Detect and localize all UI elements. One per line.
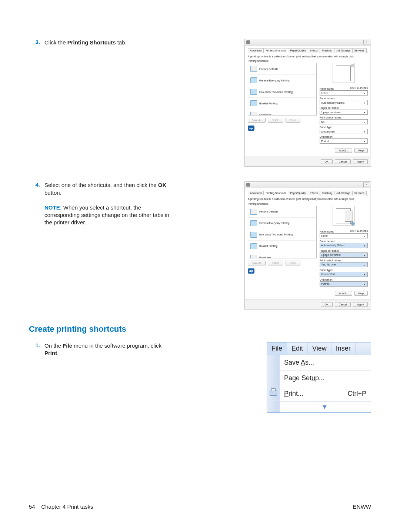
tab-services[interactable]: Services bbox=[352, 48, 367, 53]
paper-source-dropdown[interactable]: Automatically Select▾ bbox=[320, 243, 368, 248]
tab-services[interactable]: Services bbox=[352, 191, 367, 195]
paper-type-dropdown[interactable]: Unspecified▾ bbox=[320, 272, 368, 277]
tab-printing-shortcuts[interactable]: Printing Shortcuts bbox=[263, 191, 288, 195]
shortcut-icon bbox=[250, 112, 257, 116]
both-sides-dropdown[interactable]: Yes, flip over▾ bbox=[320, 262, 368, 267]
orientation-dropdown[interactable]: Portrait▾ bbox=[320, 281, 368, 287]
shortcut-text: Factory Defaults bbox=[259, 68, 278, 70]
dropdown-value: 1 page per sheet bbox=[321, 254, 341, 256]
list-item[interactable]: Booklet Printing bbox=[248, 98, 316, 109]
help-button[interactable]: Help bbox=[354, 291, 368, 296]
tab-job-storage[interactable]: Job Storage bbox=[334, 191, 353, 195]
paper-size-dropdown[interactable]: Letter▾ bbox=[320, 233, 368, 238]
tab-job-storage[interactable]: Job Storage bbox=[334, 48, 353, 53]
create-step1-number: 1. bbox=[29, 342, 44, 348]
hp-icon: hp bbox=[248, 268, 254, 274]
list-item[interactable]: Booklet Printing bbox=[248, 241, 316, 252]
step4-note: NOTE: When you select a shortcut, the co… bbox=[44, 204, 177, 227]
list-item[interactable]: Eco-print (Two-sided Printing) bbox=[248, 229, 316, 241]
delete-button[interactable]: Delete bbox=[268, 261, 283, 265]
shortcut-text: Envelopes bbox=[259, 114, 271, 116]
ok-button[interactable]: OK bbox=[321, 159, 333, 164]
about-button[interactable]: About... bbox=[335, 291, 352, 296]
list-item[interactable]: General Everyday Printing bbox=[248, 75, 316, 86]
chevron-down-icon: ▾ bbox=[364, 264, 366, 266]
step3-post: tab. bbox=[116, 39, 127, 46]
step4-number: 4. bbox=[29, 181, 44, 188]
help-button[interactable]: Help bbox=[354, 148, 368, 153]
list-item[interactable]: Envelopes bbox=[248, 252, 316, 258]
chevron-down-icon: ▾ bbox=[364, 130, 366, 133]
note-text: When you select a shortcut, the correspo… bbox=[44, 204, 169, 226]
tab-effects[interactable]: Effects bbox=[308, 48, 320, 53]
shortcut-icon bbox=[250, 209, 257, 215]
paper-size-dim: 8.5 × 11 inches bbox=[350, 230, 368, 232]
paper-size-dropdown[interactable]: Letter▾ bbox=[320, 90, 368, 96]
list-item[interactable]: General Everyday Printing bbox=[248, 218, 316, 229]
dialog-desc: A printing shortcut is a collection of s… bbox=[248, 55, 368, 58]
pages-per-sheet-dropdown[interactable]: 1 page per sheet▾ bbox=[320, 252, 368, 258]
dropdown-value: Unspecified bbox=[321, 130, 335, 133]
tab-effects[interactable]: Effects bbox=[308, 191, 320, 195]
menu-item-save-as[interactable]: Save As... bbox=[280, 355, 371, 371]
menu-item-page-setup[interactable]: Page Setup... bbox=[280, 371, 371, 386]
menu-view[interactable]: View bbox=[308, 342, 331, 355]
dropdown-value: Automatically Select bbox=[321, 101, 344, 104]
cancel-button[interactable]: Cancel bbox=[335, 302, 351, 307]
tab-printing-shortcuts[interactable]: Printing Shortcuts bbox=[263, 48, 288, 53]
paper-source-dropdown[interactable]: Automatically Select▾ bbox=[320, 100, 368, 105]
section-title: Create printing shortcuts bbox=[29, 324, 371, 334]
both-sides-dropdown[interactable]: No▾ bbox=[320, 119, 368, 124]
cancel-button[interactable]: Cancel bbox=[335, 159, 351, 164]
orientation-dropdown[interactable]: Portrait▾ bbox=[320, 138, 368, 144]
shortcut-text: Eco-print (Two-sided Printing) bbox=[259, 91, 293, 93]
pages-per-sheet-dropdown[interactable]: 1 page per sheet▾ bbox=[320, 110, 368, 115]
print-properties-dialog-1: × Advanced Printing Shortcuts Paper/Qual… bbox=[244, 39, 371, 167]
save-as-button[interactable]: Save As bbox=[248, 118, 266, 123]
hp-logo: hp bbox=[248, 126, 317, 131]
menu-item-print[interactable]: Print...Ctrl+P bbox=[280, 386, 371, 402]
paper-type-dropdown[interactable]: Unspecified▾ bbox=[320, 129, 368, 134]
menu-gutter bbox=[267, 355, 280, 412]
shortcuts-label: Printing shortcuts: bbox=[248, 203, 368, 205]
shortcut-icon bbox=[250, 243, 257, 249]
shortcut-list[interactable]: Factory Defaults General Everyday Printi… bbox=[248, 206, 317, 258]
tab-finishing[interactable]: Finishing bbox=[320, 48, 334, 53]
tab-paper-quality[interactable]: Paper/Quality bbox=[288, 48, 308, 53]
s1-b2: Print bbox=[44, 350, 57, 356]
shortcut-list[interactable]: Factory Defaults General Everyday Printi… bbox=[248, 63, 317, 116]
orientation-label: Orientation: bbox=[320, 135, 368, 138]
shortcut-text: Factory Defaults bbox=[259, 210, 278, 213]
print-properties-dialog-2: × Advanced Printing Shortcuts Paper/Qual… bbox=[244, 181, 371, 309]
apply-button[interactable]: Apply bbox=[353, 159, 368, 164]
tab-advanced[interactable]: Advanced bbox=[248, 191, 264, 195]
tab-finishing[interactable]: Finishing bbox=[320, 191, 334, 195]
reset-button[interactable]: Reset bbox=[286, 261, 300, 265]
printer-icon bbox=[246, 40, 250, 44]
menu-file[interactable]: File bbox=[267, 342, 287, 355]
ok-button[interactable]: OK bbox=[321, 302, 333, 307]
apply-button[interactable]: Apply bbox=[353, 302, 368, 307]
list-item[interactable]: Factory Defaults bbox=[248, 206, 316, 218]
list-item[interactable]: Envelopes bbox=[248, 109, 316, 116]
tab-advanced[interactable]: Advanced bbox=[248, 48, 264, 53]
chevron-down-icon: ▾ bbox=[364, 235, 366, 237]
reset-button[interactable]: Reset bbox=[286, 118, 300, 123]
shortcut-text: Envelopes bbox=[259, 256, 271, 258]
menu-edit[interactable]: Edit bbox=[287, 342, 308, 355]
menu-expand-icon[interactable]: ▼ bbox=[280, 402, 371, 412]
list-item[interactable]: Eco-print (Two-sided Printing) bbox=[248, 86, 316, 98]
tab-bar: Advanced Printing Shortcuts Paper/Qualit… bbox=[248, 190, 368, 195]
delete-button[interactable]: Delete bbox=[268, 118, 283, 123]
close-icon[interactable]: × bbox=[363, 183, 369, 187]
save-as-button[interactable]: Save As bbox=[248, 261, 266, 265]
close-icon[interactable]: × bbox=[363, 40, 369, 44]
chevron-down-icon: ▾ bbox=[364, 254, 366, 256]
tab-paper-quality[interactable]: Paper/Quality bbox=[288, 191, 308, 195]
list-item[interactable]: Factory Defaults bbox=[248, 63, 316, 75]
file-menu-mock: File Edit View Inser Save As... Page Set… bbox=[267, 342, 371, 413]
about-button[interactable]: About... bbox=[335, 148, 352, 153]
dropdown-value: No bbox=[321, 121, 324, 123]
menu-insert[interactable]: Inser bbox=[331, 342, 356, 355]
dropdown-value: Letter bbox=[321, 234, 328, 237]
